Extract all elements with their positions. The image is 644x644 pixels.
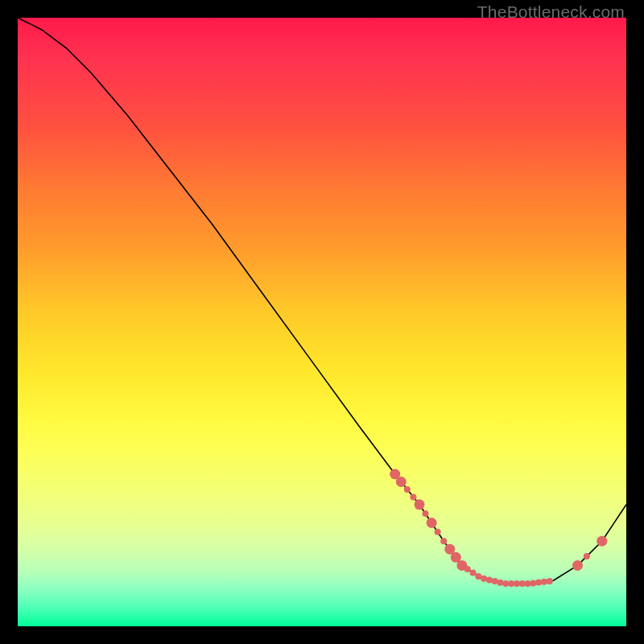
highlight-dot bbox=[410, 493, 416, 500]
highlight-dot bbox=[572, 560, 583, 571]
highlight-dot bbox=[470, 570, 477, 576]
plot-area bbox=[18, 18, 626, 626]
highlight-dots bbox=[390, 469, 607, 588]
highlight-dot bbox=[464, 566, 471, 572]
highlight-dot bbox=[584, 553, 590, 559]
highlight-dot bbox=[404, 486, 411, 493]
highlight-dot bbox=[541, 579, 547, 585]
bottleneck-curve bbox=[18, 18, 626, 584]
highlight-dot bbox=[475, 573, 481, 580]
highlight-dot bbox=[597, 536, 607, 547]
highlight-dot bbox=[525, 580, 531, 587]
highlight-dot bbox=[530, 580, 536, 586]
chart-svg bbox=[18, 18, 626, 626]
chart-container: TheBottleneck.com bbox=[0, 0, 644, 644]
highlight-dot bbox=[508, 580, 514, 587]
highlight-dot bbox=[459, 562, 465, 568]
highlight-dot bbox=[415, 499, 425, 510]
highlight-dot bbox=[481, 576, 487, 582]
highlight-dot bbox=[396, 477, 407, 487]
highlight-dot bbox=[440, 538, 447, 544]
highlight-dot bbox=[427, 518, 437, 528]
highlight-dot bbox=[435, 529, 441, 535]
highlight-dot bbox=[497, 580, 504, 586]
highlight-dot bbox=[547, 578, 553, 584]
highlight-dot bbox=[486, 576, 493, 583]
highlight-dot bbox=[535, 580, 542, 586]
highlight-dot bbox=[423, 510, 429, 517]
highlight-dot bbox=[492, 578, 498, 584]
